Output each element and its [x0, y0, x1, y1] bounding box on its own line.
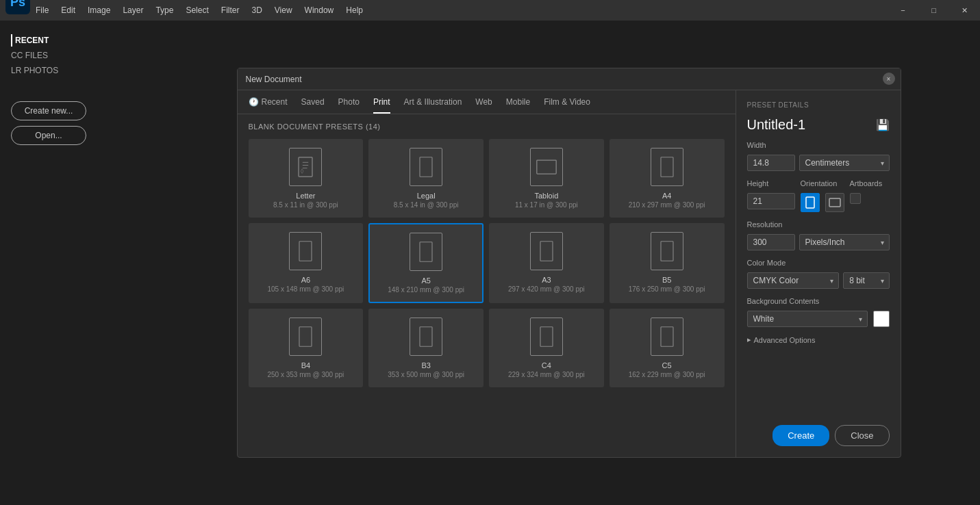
tab-web[interactable]: Web — [475, 97, 492, 114]
height-input[interactable] — [747, 193, 795, 209]
preset-card-b5[interactable]: B5 176 x 250 mm @ 300 ppi — [610, 223, 725, 303]
bg-contents-label: Background Contents — [747, 297, 890, 305]
landscape-button[interactable] — [825, 193, 844, 212]
menu-layer[interactable]: Layer — [117, 3, 149, 18]
close-button[interactable]: Close — [835, 425, 889, 446]
width-label: Width — [747, 141, 890, 149]
menu-help[interactable]: Help — [340, 3, 368, 18]
menu-type[interactable]: Type — [150, 3, 179, 18]
resolution-unit-select[interactable]: Pixels/Inch Pixels/Centimeter — [799, 234, 890, 250]
open-button[interactable]: Open... — [11, 126, 86, 145]
dialog-close-button[interactable]: × — [883, 73, 895, 85]
preset-name: B3 — [421, 361, 430, 370]
width-unit-select[interactable]: Centimeters Inches Pixels Millimeters — [799, 155, 890, 171]
preset-card-b4[interactable]: B4 250 x 353 mm @ 300 ppi — [249, 309, 364, 387]
advanced-options-toggle[interactable]: ▸ Advanced Options — [747, 335, 890, 344]
preset-card-a3[interactable]: A3 297 x 420 mm @ 300 ppi — [489, 223, 604, 303]
menu-3d[interactable]: 3D — [246, 3, 267, 18]
color-mode-select[interactable]: CMYK Color RGB Color Grayscale Lab Color… — [747, 272, 840, 289]
minimize-button[interactable]: − — [888, 0, 918, 21]
preset-size: 250 x 353 mm @ 300 ppi — [267, 371, 344, 378]
svg-rect-12 — [661, 327, 673, 347]
preset-card-b3[interactable]: B3 353 x 500 mm @ 300 ppi — [368, 309, 483, 387]
preset-name: Tabloid — [534, 192, 558, 200]
preset-card-c5[interactable]: C5 162 x 229 mm @ 300 ppi — [610, 309, 725, 387]
preset-details-label: PRESET DETAILS — [747, 101, 890, 109]
artboards-field-group: Artboards — [850, 179, 883, 204]
svg-rect-14 — [829, 198, 840, 207]
menu-window[interactable]: Window — [299, 3, 340, 18]
preset-size: 105 x 148 mm @ 300 ppi — [267, 285, 344, 293]
create-button[interactable]: Create — [772, 425, 829, 446]
bg-contents-field-group: Background Contents White Background Col… — [747, 297, 890, 327]
dialog-title: New Document — [246, 75, 302, 84]
bit-depth-wrapper: 8 bit 16 bit 32 bit — [843, 272, 889, 289]
tab-art-illustration[interactable]: Art & Illustration — [404, 97, 462, 114]
menu-select[interactable]: Select — [180, 3, 214, 18]
menu-edit[interactable]: Edit — [55, 3, 81, 18]
preset-card-letter[interactable]: 〈〉 Letter 8.5 x 11 in @ 300 ppi — [249, 139, 364, 218]
preset-name: Letter — [296, 192, 315, 200]
bg-color-swatch[interactable] — [873, 311, 890, 327]
color-mode-label: Color Mode — [747, 259, 890, 267]
preset-name: C4 — [542, 361, 551, 370]
portrait-button[interactable] — [801, 193, 820, 212]
titlebar: Ps File Edit Image Layer Type Select Fil… — [0, 0, 980, 21]
tab-bar: 🕐 Recent Saved Photo Print — [238, 90, 736, 114]
preset-icon: 〈〉 — [289, 148, 322, 186]
preset-name: A3 — [542, 276, 551, 284]
sidebar-item-lr-photos[interactable]: LR PHOTOS — [11, 64, 147, 77]
preset-size: 8.5 x 14 in @ 300 ppi — [394, 201, 459, 209]
dialog-body: 🕐 Recent Saved Photo Print — [238, 90, 901, 457]
resolution-row: Pixels/Inch Pixels/Centimeter — [747, 234, 890, 250]
resolution-label: Resolution — [747, 220, 890, 229]
bg-contents-wrapper: White Background Color Transparent Black — [747, 311, 868, 327]
create-new-button[interactable]: Create new... — [11, 101, 86, 120]
close-button[interactable]: ✕ — [949, 0, 980, 21]
resolution-input[interactable] — [747, 234, 795, 250]
svg-rect-13 — [806, 197, 814, 208]
bit-depth-select[interactable]: 8 bit 16 bit 32 bit — [843, 272, 889, 289]
preset-size: 297 x 420 mm @ 300 ppi — [508, 285, 585, 293]
window-controls: − □ ✕ — [888, 0, 980, 21]
preset-icon — [651, 232, 683, 270]
save-preset-icon[interactable]: 💾 — [876, 118, 890, 131]
tab-mobile[interactable]: Mobile — [506, 97, 530, 114]
preset-card-tabloid[interactable]: Tabloid 11 x 17 in @ 300 ppi — [489, 139, 604, 218]
right-panel: PRESET DETAILS Untitled-1 💾 Width Centi — [736, 90, 901, 457]
tab-recent[interactable]: 🕐 Recent — [249, 97, 288, 114]
artboards-checkbox[interactable] — [850, 193, 861, 204]
sidebar-item-cc-files[interactable]: CC FILES — [11, 49, 147, 62]
resolution-field-group: Resolution Pixels/Inch Pixels/Centimeter — [747, 220, 890, 250]
preset-size: 229 x 324 mm @ 300 ppi — [508, 371, 585, 378]
new-document-dialog: New Document × 🕐 Recent Saved — [237, 68, 901, 458]
preset-icon — [289, 318, 322, 356]
preset-card-a4[interactable]: A4 210 x 297 mm @ 300 ppi — [610, 139, 725, 218]
tab-photo[interactable]: Photo — [338, 97, 360, 114]
menu-view[interactable]: View — [269, 3, 298, 18]
sidebar: RECENT CC FILES LR PHOTOS Create new... … — [0, 21, 158, 505]
presets-area: BLANK DOCUMENT PRESETS (14) 〈〉 — [238, 114, 736, 457]
sidebar-buttons: Create new... Open... — [11, 101, 147, 145]
tab-saved[interactable]: Saved — [301, 97, 325, 114]
orientation-buttons — [801, 193, 844, 212]
width-input[interactable] — [747, 155, 795, 171]
preset-size: 8.5 x 11 in @ 300 ppi — [273, 201, 338, 209]
preset-card-c4[interactable]: C4 229 x 324 mm @ 300 ppi — [489, 309, 604, 387]
tab-film-video[interactable]: Film & Video — [544, 97, 590, 114]
sidebar-item-recent[interactable]: RECENT — [11, 34, 147, 47]
document-name-text: Untitled-1 — [747, 117, 806, 133]
preset-card-legal[interactable]: Legal 8.5 x 14 in @ 300 ppi — [368, 139, 483, 218]
menu-image[interactable]: Image — [82, 3, 116, 18]
preset-card-a5[interactable]: A5 148 x 210 mm @ 300 ppi — [368, 223, 483, 303]
preset-card-a6[interactable]: A6 105 x 148 mm @ 300 ppi — [249, 223, 364, 303]
menu-file[interactable]: File — [30, 3, 54, 18]
preset-size: 148 x 210 mm @ 300 ppi — [388, 286, 464, 294]
bg-contents-row: White Background Color Transparent Black — [747, 311, 890, 327]
menu-filter[interactable]: Filter — [216, 3, 245, 18]
maximize-button[interactable]: □ — [918, 0, 949, 21]
bg-contents-select[interactable]: White Background Color Transparent Black — [747, 311, 868, 327]
preset-name: C5 — [662, 361, 672, 370]
tab-print[interactable]: Print — [373, 97, 390, 114]
preset-name: A4 — [662, 192, 671, 200]
